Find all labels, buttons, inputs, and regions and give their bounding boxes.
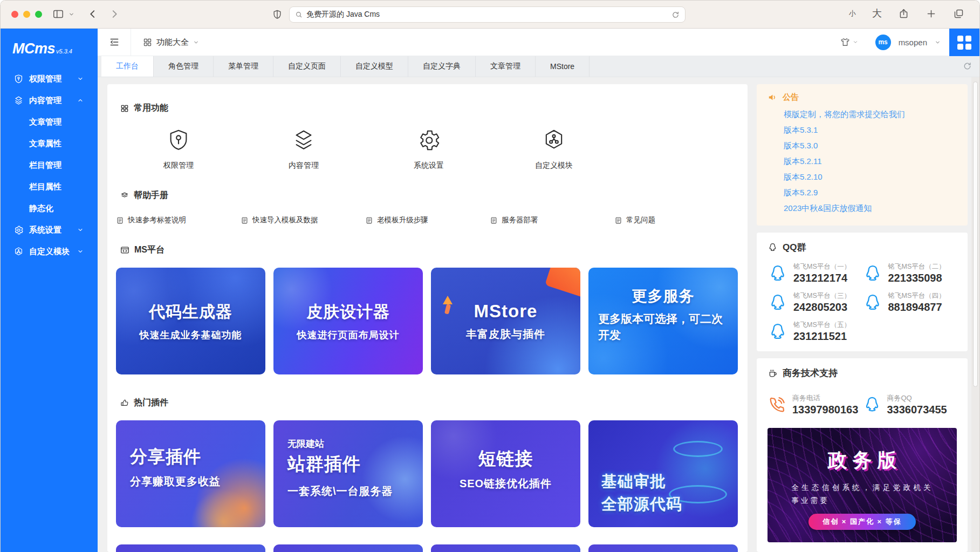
plugin-card-share[interactable]: 分享插件 分享赚取更多收益 (116, 420, 265, 527)
sidebar-subitem-articles[interactable]: 文章管理 (1, 111, 98, 133)
help-link-faq[interactable]: 常见问题 (614, 215, 739, 225)
plugin-card-approval[interactable]: 基础审批 全部源代码 (588, 420, 738, 527)
plugin-tag: 无限建站 (287, 438, 324, 450)
announcement-link[interactable]: 版本5.2.10 (784, 169, 957, 185)
book-icon (120, 192, 129, 200)
plugin-card-partial[interactable] (588, 544, 738, 552)
help-link-upgrade[interactable]: 老模板升级步骤 (365, 215, 490, 225)
sidebar-subitem-article-attrs[interactable]: 文章属性 (1, 133, 98, 154)
tab-custom-dicts[interactable]: 自定义字典 (408, 56, 476, 77)
tab-mstore[interactable]: MStore (536, 56, 590, 77)
help-link-tags[interactable]: 快速参考标签说明 (116, 215, 241, 225)
close-window-button[interactable] (11, 11, 18, 18)
tab-custom-models[interactable]: 自定义模型 (341, 56, 408, 77)
username: msopen (899, 38, 927, 47)
sidebar-subitem-categories[interactable]: 栏目管理 (1, 154, 98, 176)
plugin-card-partial[interactable] (273, 544, 423, 552)
banner-title: 更多服务 (632, 286, 695, 306)
feature-label: 权限管理 (163, 161, 194, 171)
vertical-scrollbar[interactable] (971, 77, 979, 552)
app-grid-button[interactable] (949, 29, 979, 56)
scrollbar-thumb[interactable] (973, 81, 978, 387)
banner-code-generator[interactable]: 代码生成器 快速生成业务基础功能 (116, 268, 265, 374)
help-link-import[interactable]: 快速导入模板及数据 (241, 215, 365, 225)
qq-group-3[interactable]: 铭飞MS平台（三）242805203 (767, 291, 862, 314)
plugin-card-site-group[interactable]: 无限建站 站群插件 一套系统\一台服务器 (273, 420, 423, 527)
feature-content[interactable]: 内容管理 (241, 128, 366, 171)
banner-more-services[interactable]: 更多服务 更多版本可选择，可二次开发 (588, 268, 738, 374)
feature-custom-module[interactable]: 自定义模块 (491, 128, 616, 171)
qq-group-2[interactable]: 铭飞MS平台（二）221335098 (862, 262, 957, 284)
plugin-subtitle: 分享赚取更多收益 (130, 474, 221, 489)
tab-workbench[interactable]: 工作台 (101, 56, 154, 77)
forward-icon[interactable] (108, 8, 120, 20)
avatar[interactable]: ms (875, 35, 891, 50)
support-qq[interactable]: 商务QQ3336073455 (862, 393, 957, 416)
address-bar[interactable]: 免费开源的 Java Cms (289, 6, 686, 23)
back-icon[interactable] (87, 8, 99, 20)
theme-skin-button[interactable] (840, 37, 858, 47)
chevron-down-icon (193, 39, 199, 45)
maximize-window-button[interactable] (35, 11, 42, 18)
feature-menu-button[interactable]: 功能大全 (143, 37, 199, 47)
browser-chrome: 免费开源的 Java Cms 小 大 (1, 1, 979, 29)
banner-mstore[interactable]: MStore 丰富皮肤与插件 (431, 268, 580, 374)
tab-custom-pages[interactable]: 自定义页面 (273, 56, 341, 77)
gov-banner-badge: 信创 × 国产化 × 等保 (808, 514, 916, 530)
plugin-title: 站群插件 (287, 452, 361, 476)
reload-icon[interactable] (671, 11, 680, 19)
user-chevron-down-icon[interactable] (935, 39, 941, 45)
chevron-up-icon (77, 97, 84, 104)
announcement-link[interactable]: 版本5.2.11 (784, 153, 957, 169)
announcement-link[interactable]: 版本5.3.1 (784, 122, 957, 138)
plugin-card-partial[interactable] (116, 544, 265, 552)
tab-overview-icon[interactable] (953, 8, 964, 19)
minimize-window-button[interactable] (23, 11, 30, 18)
qq-group-4[interactable]: 铭飞MS平台（四）881894877 (862, 291, 957, 314)
gov-edition-banner[interactable]: 政务版 全生态信创系统，满足党政机关事业需要 信创 × 国产化 × 等保 (767, 428, 957, 542)
help-link-deploy[interactable]: 服务器部署 (490, 215, 614, 225)
qq-group-5[interactable]: 铭飞MS平台（五）231211521 (767, 321, 862, 343)
tab-menus[interactable]: 菜单管理 (214, 56, 273, 77)
qq-group-number: 231211521 (793, 330, 851, 343)
plugin-card-short-link[interactable]: 短链接 SEO链接优化插件 (431, 420, 580, 527)
refresh-tabs-icon[interactable] (963, 62, 972, 71)
new-tab-icon[interactable] (926, 8, 937, 19)
announcement-link[interactable]: 版本5.3.0 (784, 138, 957, 153)
qq-penguin-icon (767, 263, 788, 284)
tab-articles[interactable]: 文章管理 (476, 56, 536, 77)
announcement-link[interactable]: 2023中秋&国庆放假通知 (784, 200, 957, 216)
announcement-link[interactable]: 模版定制，将您的需求提交给我们 (784, 106, 957, 122)
plugin-card-partial[interactable] (431, 544, 580, 552)
sidebar-toggle-icon[interactable] (52, 8, 64, 20)
workbench-main-card: 常用功能 权限管理 内容管理 系统设置 (107, 84, 748, 552)
sidebar-item-permissions[interactable]: 权限管理 (1, 68, 98, 90)
tab-roles[interactable]: 角色管理 (154, 56, 214, 77)
sidebar-subitem-label: 栏目管理 (29, 160, 61, 171)
feature-system[interactable]: 系统设置 (366, 128, 491, 171)
collapse-sidebar-button[interactable] (98, 29, 131, 56)
qq-group-name: 铭飞MS平台（三） (793, 291, 851, 301)
banner-skin-designer[interactable]: 皮肤设计器 快速进行页面布局设计 (273, 268, 423, 374)
sidebar-item-content[interactable]: 内容管理 (1, 90, 98, 111)
sidebar-item-label: 权限管理 (29, 74, 77, 84)
document-icon (241, 216, 249, 224)
text-larger-icon[interactable]: 大 (872, 7, 882, 20)
share-icon[interactable] (898, 8, 909, 19)
section-title: 常用功能 (134, 103, 168, 114)
feature-permissions[interactable]: 权限管理 (116, 128, 241, 171)
sidebar-item-system[interactable]: 系统设置 (1, 219, 98, 241)
announcement-link[interactable]: 版本5.2.9 (784, 185, 957, 200)
sidebar-chevron-icon[interactable] (68, 11, 74, 17)
support-phone[interactable]: 商务电话13397980163 (767, 393, 862, 416)
text-smaller-icon[interactable]: 小 (849, 9, 856, 18)
sidebar-subitem-static[interactable]: 静态化 (1, 197, 98, 219)
speaker-icon (767, 92, 778, 103)
qq-group-1[interactable]: 铭飞MS平台（一）231212174 (767, 262, 862, 284)
sidebar-subitem-category-attrs[interactable]: 栏目属性 (1, 176, 98, 197)
sidebar-item-custom-module[interactable]: 自定义模块 (1, 241, 98, 262)
section-help-manual: 帮助手册 (120, 190, 739, 201)
qq-group-number: 221335098 (888, 272, 945, 284)
privacy-shield-icon[interactable] (272, 9, 283, 20)
support-label: 商务电话 (792, 393, 858, 403)
